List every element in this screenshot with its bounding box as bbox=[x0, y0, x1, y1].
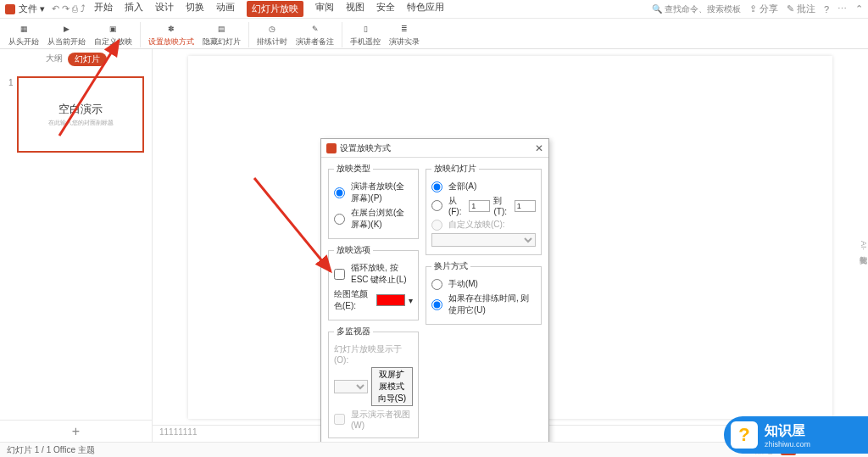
tab-insert[interactable]: 插入 bbox=[125, 1, 143, 17]
presenter-label: 演讲者放映(全屏幕)(P) bbox=[351, 181, 413, 204]
tab-slideshow[interactable]: 幻灯片放映 bbox=[247, 1, 303, 17]
hide-slide-button[interactable]: ▤隐藏幻灯片 bbox=[199, 22, 244, 47]
dialog-title: 设置放映方式 bbox=[340, 142, 535, 154]
setup-show-button[interactable]: ✽设置放映方式 bbox=[145, 22, 198, 47]
phone-remote-button[interactable]: ▯手机遥控 bbox=[347, 22, 384, 47]
monitor-label: 幻灯片放映显示于(O): bbox=[334, 343, 413, 365]
record-button[interactable]: ≣演讲实录 bbox=[386, 22, 423, 47]
hide-icon: ▤ bbox=[214, 22, 230, 36]
tab-view[interactable]: 视图 bbox=[346, 1, 364, 17]
range-radio[interactable] bbox=[431, 200, 442, 211]
more-button[interactable]: ⋯ bbox=[837, 3, 847, 14]
show-options-group: 放映选项 循环放映, 按 ESC 键终止(L) 绘图笔颜色(E):▾ bbox=[328, 244, 419, 320]
tab-review[interactable]: 审阅 bbox=[315, 1, 334, 17]
batch-button[interactable]: ✎ 批注 bbox=[787, 3, 815, 15]
custom-show-radio bbox=[431, 220, 442, 231]
ai-sidebar[interactable]: AI·智能美化 bbox=[858, 49, 868, 442]
manual-advance-radio[interactable] bbox=[431, 279, 442, 290]
tab-transition[interactable]: 切换 bbox=[186, 1, 204, 17]
manual-label: 手动(M) bbox=[448, 278, 478, 290]
menu-tabs: 开始 插入 设计 切换 动画 幻灯片放映 审阅 视图 安全 特色应用 bbox=[94, 1, 444, 17]
show-slides-group: 放映幻灯片 全部(A) 从(F):1到(T):1 自定义放映(C): bbox=[426, 163, 542, 255]
setup-show-dialog: 设置放映方式 ✕ 放映类型 演讲者放映(全屏幕)(P) 在展台浏览(全屏幕)(K… bbox=[320, 138, 549, 457]
pen-color-picker[interactable] bbox=[376, 294, 405, 306]
timing-advance-radio[interactable] bbox=[431, 299, 442, 310]
timing-label: 如果存在排练时间, 则使用它(U) bbox=[448, 293, 536, 316]
collapse-ribbon[interactable]: ⌃ bbox=[855, 3, 863, 14]
slide-thumbnail-1[interactable]: 1 空白演示 在此输入您的封面副标题 bbox=[17, 76, 144, 153]
from-beginning-button[interactable]: ▦从头开始 bbox=[5, 22, 42, 47]
phone-icon: ▯ bbox=[358, 22, 373, 36]
custom-show-select bbox=[431, 233, 536, 247]
all-slides-label: 全部(A) bbox=[448, 181, 476, 192]
thumb-subtitle: 在此输入您的封面副标题 bbox=[48, 119, 114, 127]
custom-show-button[interactable]: ▣自定义放映 bbox=[91, 22, 136, 47]
badge-url: zhishiwu.com bbox=[765, 440, 810, 449]
close-button[interactable]: ✕ bbox=[535, 142, 543, 154]
speaker-notes-button[interactable]: ✎演讲者备注 bbox=[292, 22, 337, 47]
dual-screen-wizard-button[interactable]: 双屏扩展模式向导(S) bbox=[371, 367, 413, 406]
tab-animation[interactable]: 动画 bbox=[216, 1, 235, 17]
loop-label: 循环放映, 按 ESC 键终止(L) bbox=[351, 262, 413, 286]
watermark-badge: ? 知识屋 zhishiwu.com bbox=[724, 416, 868, 454]
share-button[interactable]: ⇪ 分享 bbox=[749, 3, 778, 15]
timer-icon: ◷ bbox=[264, 22, 280, 36]
rehearse-button[interactable]: ◷排练计时 bbox=[253, 22, 291, 47]
file-menu[interactable]: 文件 ▾ bbox=[19, 3, 45, 15]
slides-tab[interactable]: 幻灯片 bbox=[68, 53, 107, 66]
monitor-group: 多监视器 幻灯片放映显示于(O): 双屏扩展模式向导(S) 显示演示者视图(W) bbox=[328, 326, 419, 438]
thumb-title: 空白演示 bbox=[58, 102, 103, 117]
question-icon: ? bbox=[731, 421, 758, 449]
custom-icon: ▣ bbox=[106, 22, 121, 36]
notes-icon: ✎ bbox=[308, 22, 323, 36]
tab-start[interactable]: 开始 bbox=[94, 1, 113, 17]
to-spinner[interactable]: 1 bbox=[515, 200, 536, 212]
kiosk-label: 在展台浏览(全屏幕)(K) bbox=[351, 207, 413, 231]
play-current-icon: ▶ bbox=[59, 22, 75, 36]
from-spinner[interactable]: 1 bbox=[469, 200, 490, 212]
presenter-view-checkbox bbox=[334, 414, 345, 425]
quick-access[interactable]: ↶ ↷ ⎙ ⤴ bbox=[52, 3, 86, 14]
from-label: 从(F): bbox=[448, 195, 465, 216]
app-logo bbox=[5, 4, 15, 14]
outline-tab[interactable]: 大纲 bbox=[46, 53, 63, 66]
presenter-radio[interactable] bbox=[334, 187, 345, 198]
presenter-view-label: 显示演示者视图(W) bbox=[351, 409, 413, 430]
custom-show-label: 自定义放映(C): bbox=[448, 219, 505, 231]
gear-icon: ✽ bbox=[164, 22, 179, 36]
tab-design[interactable]: 设计 bbox=[155, 1, 174, 17]
pen-color-label: 绘图笔颜色(E): bbox=[334, 288, 373, 312]
ribbon: ▦从头开始 ▶从当前开始 ▣自定义放映 ✽设置放映方式 ▤隐藏幻灯片 ◷排练计时… bbox=[0, 19, 868, 49]
help-button[interactable]: ? bbox=[824, 4, 829, 14]
show-type-group: 放映类型 演讲者放映(全屏幕)(P) 在展台浏览(全屏幕)(K) bbox=[328, 163, 419, 239]
add-slide-button[interactable]: + bbox=[0, 420, 152, 442]
dropdown-icon[interactable]: ▾ bbox=[409, 296, 413, 305]
record-icon: ≣ bbox=[397, 22, 412, 36]
thumb-number: 1 bbox=[8, 78, 14, 87]
status-left: 幻灯片 1 / 1 Office 主题 bbox=[7, 444, 95, 456]
show-type-legend: 放映类型 bbox=[334, 163, 373, 175]
slide-panel: 大纲 幻灯片 1 空白演示 在此输入您的封面副标题 + bbox=[0, 49, 153, 442]
monitor-select bbox=[334, 380, 368, 393]
advance-group: 换片方式 手动(M) 如果存在排练时间, 则使用它(U) bbox=[426, 260, 542, 325]
slides-legend: 放映幻灯片 bbox=[431, 163, 479, 175]
advance-legend: 换片方式 bbox=[431, 260, 470, 272]
search-input[interactable]: 🔍 查找命令、搜索模板 bbox=[652, 3, 741, 15]
kiosk-radio[interactable] bbox=[334, 214, 345, 225]
all-slides-radio[interactable] bbox=[431, 181, 442, 192]
to-label: 到(T): bbox=[493, 195, 510, 216]
options-legend: 放映选项 bbox=[334, 244, 373, 256]
loop-checkbox[interactable] bbox=[334, 269, 345, 280]
badge-title: 知识屋 bbox=[765, 422, 810, 440]
dialog-icon bbox=[326, 143, 337, 153]
play-icon: ▦ bbox=[16, 22, 31, 36]
tab-special[interactable]: 特色应用 bbox=[407, 1, 444, 17]
tab-security[interactable]: 安全 bbox=[376, 1, 395, 17]
monitor-legend: 多监视器 bbox=[334, 326, 373, 337]
from-current-button[interactable]: ▶从当前开始 bbox=[44, 22, 89, 47]
